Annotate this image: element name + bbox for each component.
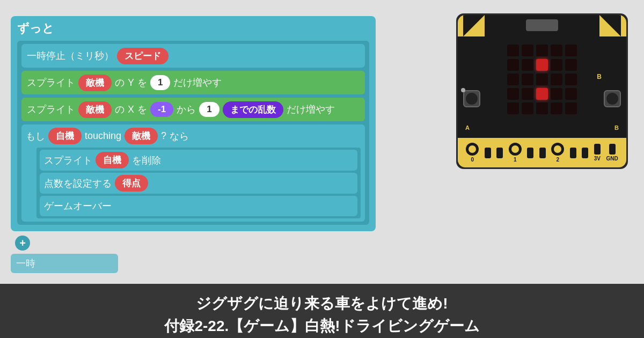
button-b-label: B xyxy=(614,124,619,131)
small-pin-6 xyxy=(582,148,588,158)
enemy-badge-3: 敵機 xyxy=(125,128,158,144)
gameover-label: ゲームオーバー xyxy=(44,200,112,212)
jiki-badge-2: 自機 xyxy=(96,152,129,168)
small-pin-4 xyxy=(539,148,546,158)
one-badge-2: 1 xyxy=(199,102,219,117)
microbit-usb xyxy=(526,19,558,31)
y-label: Y xyxy=(128,77,134,89)
if-header: もし 自機 touching 敵機 ? なら xyxy=(26,128,361,144)
led-3-4 xyxy=(565,88,577,100)
pin-1-label: 1 xyxy=(514,157,517,163)
main-container: ずっと 一時停止（ミリ秒） スピード スプライト 敵機 の Y を 1 xyxy=(0,0,644,338)
pin-2-inner xyxy=(554,145,561,153)
delete-label: を削除 xyxy=(132,154,161,167)
content-area: ずっと 一時停止（ミリ秒） スピード スプライト 敵機 の Y を 1 xyxy=(0,0,644,284)
if-body: スプライト 自機 を削除 点数を設定する 得点 ゲームオ xyxy=(36,148,361,218)
microbit-top-right xyxy=(599,15,626,36)
led-3-1 xyxy=(522,88,533,100)
pin-0-label: 0 xyxy=(471,157,474,163)
microbit-button-b[interactable] xyxy=(604,90,621,107)
wo-label-2: を xyxy=(137,103,147,116)
ichiji-label: 一時 xyxy=(16,257,35,270)
made-label: までの乱数 xyxy=(223,101,283,118)
pin-1: 1 xyxy=(509,143,522,163)
led-0-4 xyxy=(565,45,577,56)
led-0-1 xyxy=(522,45,533,56)
caption-line2: 付録2-22.【ゲーム】白熱!ドライビングゲーム xyxy=(16,316,628,336)
led-2-0 xyxy=(507,74,519,85)
enemy-badge-1: 敵機 xyxy=(78,75,112,91)
led-4-3 xyxy=(551,102,562,114)
score-block: 点数を設定する 得点 xyxy=(40,173,357,194)
pin-gnd-hole xyxy=(609,144,616,155)
one-badge-1: 1 xyxy=(150,75,170,90)
pin-2-hole xyxy=(551,143,564,156)
gameover-block: ゲームオーバー xyxy=(40,196,357,216)
microbit-device: A B B 0 xyxy=(456,13,628,169)
sprite-label-3: スプライト xyxy=(44,154,92,167)
pause-block: 一時停止（ミリ秒） スピード xyxy=(21,44,365,68)
block-inner: 一時停止（ミリ秒） スピード スプライト 敵機 の Y を 1 だけ増やす xyxy=(17,41,369,225)
microbit-led-grid xyxy=(507,45,577,114)
small-pin-1 xyxy=(485,148,491,158)
led-2-4 xyxy=(565,74,577,85)
led-2-1 xyxy=(522,74,533,85)
pin-1-inner xyxy=(511,145,519,153)
caption-line1: ジグザグに迫り来る車をよけて進め! xyxy=(16,293,628,314)
led-1-3 xyxy=(551,59,562,71)
microbit-button-a[interactable] xyxy=(463,90,480,107)
score-set-label: 点数を設定する xyxy=(44,177,112,190)
pin-gnd-label: GND xyxy=(606,156,618,161)
led-1-2 xyxy=(536,59,548,71)
led-1-4 xyxy=(565,59,577,71)
pin-0-hole xyxy=(466,143,479,156)
half-block: 一時 xyxy=(11,254,118,273)
led-1-1 xyxy=(522,59,533,71)
led-3-3 xyxy=(551,88,562,100)
if-block: もし 自機 touching 敵機 ? なら スプライト 自機 xyxy=(21,124,365,222)
pin-3v-label: 3V xyxy=(594,156,601,161)
led-4-4 xyxy=(565,102,577,114)
plus-row: + xyxy=(15,236,435,251)
led-3-0 xyxy=(507,88,519,100)
button-b-inner xyxy=(606,93,618,105)
caption-area: ジグザグに迫り来る車をよけて進め! 付録2-22.【ゲーム】白熱!ドライビングゲ… xyxy=(0,284,644,338)
pin-0: 0 xyxy=(466,143,479,163)
forever-block: ずっと 一時停止（ミリ秒） スピード スプライト 敵機 の Y を 1 xyxy=(11,16,376,231)
sprite-label-1: スプライト xyxy=(27,76,75,89)
led-0-0 xyxy=(507,45,519,56)
led-2-3 xyxy=(551,74,562,85)
microbit-bottom-strip: 0 1 xyxy=(458,138,626,167)
kara-label: から xyxy=(177,103,196,116)
button-b-top-label: B xyxy=(597,73,602,80)
led-4-2 xyxy=(536,102,548,114)
no-label-1: の xyxy=(115,76,125,89)
no-label-2: の xyxy=(115,103,125,116)
enemy-badge-2: 敵機 xyxy=(78,101,112,118)
question-label: ? xyxy=(161,130,166,142)
small-pin-2 xyxy=(496,148,503,158)
dake-increase-1: だけ増やす xyxy=(173,76,222,89)
pin-3v: 3V xyxy=(594,144,601,161)
small-pin-3 xyxy=(527,148,533,158)
sprite-x-block: スプライト 敵機 の X を -1 から 1 までの乱数 だけ増やす xyxy=(21,98,365,121)
button-a-inner xyxy=(466,93,478,105)
sprite-label-2: スプライト xyxy=(27,103,75,116)
led-4-0 xyxy=(507,102,519,114)
wo-label-1: を xyxy=(137,76,147,89)
minus1-badge: -1 xyxy=(150,102,173,117)
microbit-top-left xyxy=(458,15,485,36)
code-area: ずっと 一時停止（ミリ秒） スピード スプライト 敵機 の Y を 1 xyxy=(11,11,435,273)
microbit-area: A B B 0 xyxy=(451,11,633,169)
pin-3v-hole xyxy=(594,144,601,155)
touching-label: touching xyxy=(85,130,121,142)
jiki-badge-1: 自機 xyxy=(48,128,82,144)
plus-circle[interactable]: + xyxy=(15,236,30,251)
button-a-label: A xyxy=(465,124,470,131)
led-4-1 xyxy=(522,102,533,114)
small-pin-5 xyxy=(570,148,576,158)
led-3-2 xyxy=(536,88,548,100)
delete-block: スプライト 自機 を削除 xyxy=(40,150,357,171)
pin-2-label: 2 xyxy=(556,157,559,163)
speed-badge: スピード xyxy=(117,48,169,64)
